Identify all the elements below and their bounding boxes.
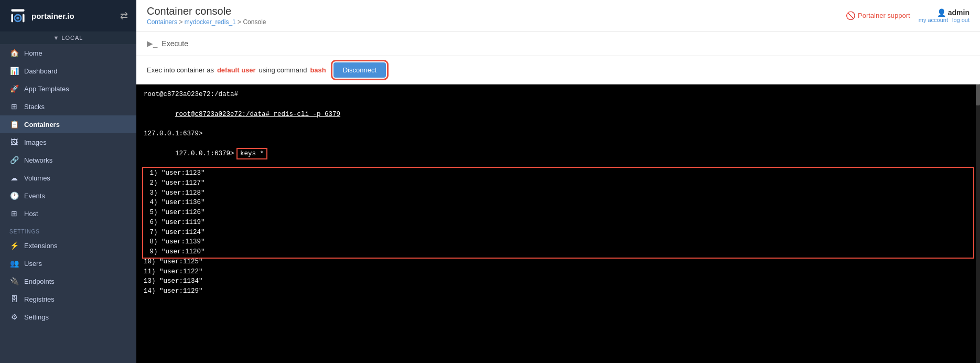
sidebar-item-settings[interactable]: ⚙ Settings [0, 308, 136, 326]
sidebar-item-endpoints[interactable]: 🔌 Endpoints [0, 272, 136, 290]
images-icon: 🖼 [9, 138, 19, 146]
exec-text-before-user: Exec into container as [147, 66, 214, 74]
terminal-line-0: root@c8723a023e72:/data# [144, 90, 973, 100]
terminal-line-2: 127.0.0.1:6379> [144, 129, 973, 139]
breadcrumb-containers[interactable]: Containers [147, 18, 177, 26]
page-title: Container console [147, 5, 266, 17]
endpoints-icon: 🔌 [9, 277, 19, 285]
page-header: Container console Containers > mydocker_… [136, 0, 980, 31]
sidebar-item-volumes[interactable]: ☁ Volumes [0, 169, 136, 187]
sidebar-item-users[interactable]: 👥 Users [0, 254, 136, 272]
user-name: 👤 admin [937, 8, 970, 17]
app-templates-icon: 🚀 [9, 84, 19, 93]
user-avatar-icon: 👤 [937, 8, 946, 17]
home-icon: 🏠 [9, 49, 19, 57]
terminal-list-block: 1) "user:1123" 2) "user:1127" 3) "user:1… [144, 168, 973, 257]
support-icon: 🚫 [846, 11, 856, 20]
settings-icon: ⚙ [9, 313, 19, 321]
sidebar-item-dashboard[interactable]: 📊 Dashboard [0, 62, 136, 80]
stacks-icon: ⊞ [9, 102, 19, 111]
execute-bar: ▶_ Execute [136, 31, 980, 56]
terminal[interactable]: root@c8723a023e72:/data# root@c8723a023e… [136, 84, 980, 363]
breadcrumb: Containers > mydocker_redis_1 > Console [147, 18, 266, 26]
sidebar-item-extensions[interactable]: ⚡ Extensions [0, 237, 136, 254]
local-env-label: ▼LOCAL [0, 31, 136, 44]
terminal-scrollbar-thumb[interactable] [976, 84, 980, 105]
log-out-link[interactable]: log out [952, 17, 970, 23]
sidebar-item-containers[interactable]: 📋 Containers [0, 115, 136, 133]
exec-info-bar: Exec into container as default user usin… [136, 56, 980, 84]
sidebar-item-home[interactable]: 🏠 Home [0, 44, 136, 62]
volumes-icon: ☁ [9, 174, 19, 182]
user-section: 👤 admin my account log out [919, 8, 970, 23]
sidebar-item-events[interactable]: 🕐 Events [0, 187, 136, 205]
users-icon: 👥 [9, 259, 19, 268]
terminal-line-1: root@c8723a023e72:/data# redis-cli -p 63… [144, 100, 973, 129]
user-links: my account log out [919, 17, 970, 23]
dashboard-icon: 📊 [9, 67, 19, 75]
content-area: ▶_ Execute Exec into container as defaul… [136, 31, 980, 363]
extensions-icon: ⚡ [9, 241, 19, 250]
terminal-keys-cmd: keys * [238, 150, 266, 158]
transfer-icon[interactable]: ⇄ [120, 10, 128, 22]
logo-text: portainer.io [31, 12, 74, 20]
execute-label: Execute [161, 39, 188, 48]
events-icon: 🕐 [9, 191, 19, 200]
sidebar-item-stacks[interactable]: ⊞ Stacks [0, 98, 136, 115]
settings-section-label: SETTINGS [0, 222, 136, 237]
svg-rect-2 [11, 14, 13, 22]
exec-cmd-highlight: bash [310, 66, 326, 74]
disconnect-button[interactable]: Disconnect [333, 62, 386, 78]
header-right: 🚫 Portainer support 👤 admin my account l… [846, 8, 970, 23]
support-link[interactable]: 🚫 Portainer support [846, 11, 910, 20]
sidebar-item-app-templates[interactable]: 🚀 App Templates [0, 80, 136, 98]
svg-rect-1 [11, 9, 24, 12]
sidebar-item-host[interactable]: ⊞ Host [0, 205, 136, 222]
breadcrumb-current: Console [243, 18, 266, 26]
registries-icon: 🗄 [9, 295, 19, 303]
sidebar-item-networks[interactable]: 🔗 Networks [0, 151, 136, 169]
terminal-scrollbar-track[interactable] [976, 84, 980, 363]
svg-rect-3 [23, 14, 25, 22]
containers-icon: 📋 [9, 120, 19, 129]
portainer-logo-icon [8, 6, 27, 25]
svg-point-5 [16, 17, 19, 19]
execute-terminal-icon: ▶_ [147, 39, 157, 48]
sidebar: portainer.io ⇄ ▼LOCAL 🏠 Home 📊 Dashboard… [0, 0, 136, 363]
sidebar-item-registries[interactable]: 🗄 Registries [0, 290, 136, 308]
exec-text-before-cmd: using command [259, 66, 307, 74]
main-content: Container console Containers > mydocker_… [136, 0, 980, 363]
terminal-line-3: 127.0.0.1:6379> keys * [144, 139, 973, 168]
sidebar-logo: portainer.io ⇄ [0, 0, 136, 31]
my-account-link[interactable]: my account [919, 17, 948, 23]
breadcrumb-container-name[interactable]: mydocker_redis_1 [185, 18, 236, 26]
sidebar-item-images[interactable]: 🖼 Images [0, 133, 136, 151]
networks-icon: 🔗 [9, 156, 19, 164]
host-icon: ⊞ [9, 209, 19, 218]
exec-user-highlight: default user [217, 66, 256, 74]
sidebar-nav: 🏠 Home 📊 Dashboard 🚀 App Templates ⊞ Sta… [0, 44, 136, 363]
